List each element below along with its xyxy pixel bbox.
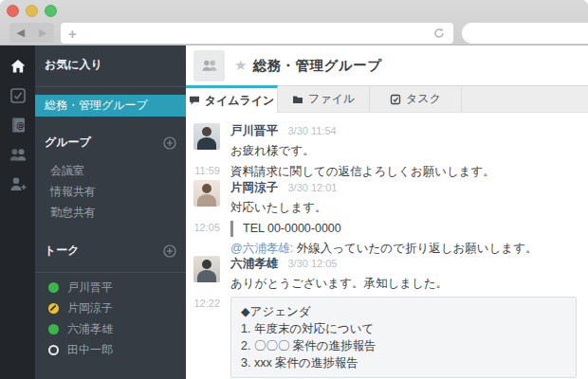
sidebar-item-kaigishitsu[interactable]: 会議室 <box>35 162 186 179</box>
tab-label: タイムライン <box>205 93 275 109</box>
tab-files[interactable]: ファイル <box>278 86 370 112</box>
talk-name: 六浦孝雄 <box>67 321 113 337</box>
message-timestamp: 12:22 <box>193 297 220 378</box>
message-followup: 11:59 資料請求に関しての返信よろしくお願いします。 <box>193 164 577 180</box>
add-talk-icon[interactable] <box>163 244 176 258</box>
groups-header-label: グループ <box>45 135 91 151</box>
agenda-line: ◆アジェンダ <box>241 303 566 320</box>
favorite-star-icon[interactable]: ★ <box>234 57 247 74</box>
close-window-button[interactable] <box>7 5 19 17</box>
message-text: @六浦孝雄: 外線入っていたので折り返しお願いします。 <box>230 242 577 256</box>
message-text: ありがとうございます。承知しました。 <box>230 276 577 292</box>
message-author[interactable]: 片岡涼子 <box>230 181 278 194</box>
mention-link[interactable]: @六浦孝雄: <box>230 242 293 255</box>
talk-item-togawa[interactable]: 戸川晋平 <box>35 280 186 294</box>
message-text: お疲れ様です。 <box>230 143 577 159</box>
message-timestamp: 11:59 <box>193 164 220 180</box>
room-title: 総務・管理グループ <box>252 57 381 75</box>
sidebar-item-kintai-kyouyuu[interactable]: 勤怠共有 <box>35 204 186 221</box>
talk-name: 片岡涼子 <box>67 300 113 316</box>
nav-panel: お気に入り 総務・管理グループ グループ 会議室 情報共有 勤怠共有 トーク <box>35 45 186 379</box>
message: 戸川晋平 3/30 11:54 お疲れ様です。 <box>193 123 577 159</box>
icon-rail: @ <box>0 45 35 379</box>
message-timestamp: 12:05 <box>193 221 220 256</box>
search-bar[interactable] <box>462 23 588 44</box>
url-bar[interactable]: + <box>61 23 453 44</box>
agenda-line: 1. 年度末の対応について <box>241 320 566 337</box>
url-input[interactable] <box>77 23 432 44</box>
groups-icon[interactable] <box>8 145 28 164</box>
home-icon[interactable] <box>8 57 28 76</box>
message-followup: 12:22 ◆アジェンダ 1. 年度末の対応について 2. 〇〇〇 案件の進捗報… <box>193 297 577 378</box>
agenda-line: 2. 〇〇〇 案件の進捗報告 <box>241 337 566 354</box>
talk-header: トーク <box>35 221 186 264</box>
timeline-feed[interactable]: 戸川晋平 3/30 11:54 お疲れ様です。 11:59 資料請求に関しての返… <box>186 113 588 379</box>
svg-text:@: @ <box>16 120 25 130</box>
message-timestamp: 3/30 11:54 <box>287 125 336 136</box>
presence-away-icon <box>48 303 59 314</box>
group-people-icon <box>200 57 219 74</box>
sidebar-item-jouhou-kyouyuu[interactable]: 情報共有 <box>35 183 186 200</box>
talk-name: 戸川晋平 <box>67 280 113 296</box>
message-followup: 12:05 TEL 00-0000-0000 @六浦孝雄: 外線入っていたので折… <box>193 221 577 256</box>
avatar-togawa[interactable] <box>193 123 220 150</box>
main-area: ★ 総務・管理グループ タイムライン ファイル <box>186 45 588 379</box>
app-body: @ <box>0 45 588 379</box>
talk-item-tanaka[interactable]: 田中一郎 <box>35 343 186 356</box>
tab-timeline[interactable]: タイムライン <box>186 85 278 113</box>
avatar-mutsuura[interactable] <box>193 256 220 282</box>
browser-chrome: ◀ ▶ + <box>0 0 588 45</box>
message-text: 対応いたします。 <box>230 200 577 216</box>
agenda-quote-box: ◆アジェンダ 1. 年度末の対応について 2. 〇〇〇 案件の進捗報告 3. x… <box>230 297 577 378</box>
favorites-header-label: お気に入り <box>45 57 102 73</box>
zoom-window-button[interactable] <box>45 5 57 17</box>
refresh-icon[interactable] <box>432 27 446 40</box>
avatar-kataoka[interactable] <box>193 180 220 207</box>
quoted-text: TEL 00-0000-0000 <box>230 221 577 237</box>
tab-bar: タイムライン ファイル タスク <box>186 85 588 113</box>
contacts-icon[interactable]: @ <box>8 116 28 135</box>
new-tab-icon[interactable]: + <box>68 26 77 42</box>
forward-button[interactable]: ▶ <box>32 23 55 43</box>
group-avatar <box>193 50 225 81</box>
tab-filler <box>462 86 588 112</box>
talk-item-kataoka[interactable]: 片岡涼子 <box>35 301 186 315</box>
tasks-icon[interactable] <box>8 86 28 105</box>
divider <box>35 272 186 273</box>
message-timestamp: 3/30 12:05 <box>287 258 337 269</box>
add-group-icon[interactable] <box>163 136 176 150</box>
agenda-line: 3. xxx 案件の進捗報告 <box>241 354 566 371</box>
divider <box>35 86 186 87</box>
message-text: 資料請求に関しての返信よろしくお願いします。 <box>230 164 577 180</box>
presence-offline-icon <box>48 345 59 355</box>
message-author[interactable]: 六浦孝雄 <box>230 257 278 270</box>
talk-list: 戸川晋平 片岡涼子 六浦孝雄 田中一郎 <box>35 280 186 356</box>
tab-label: ファイル <box>308 91 355 107</box>
task-check-icon <box>390 94 401 105</box>
folder-icon <box>292 94 303 105</box>
window-controls <box>7 5 57 17</box>
presence-online-icon <box>48 324 59 334</box>
tab-tasks[interactable]: タスク <box>370 86 462 112</box>
add-user-icon[interactable] <box>8 174 28 193</box>
tab-label: タスク <box>406 91 441 107</box>
sidebar-item-soumu-kanri-group[interactable]: 総務・管理グループ <box>35 95 186 117</box>
browser-window: ◀ ▶ + <box>0 0 588 379</box>
search-input[interactable] <box>469 23 588 44</box>
presence-online-icon <box>48 282 59 293</box>
talk-item-mutsuura[interactable]: 六浦孝雄 <box>35 322 186 335</box>
talk-header-label: トーク <box>45 243 80 259</box>
timeline-bubble-icon <box>189 95 200 106</box>
favorites-header: お気に入り <box>35 45 186 79</box>
message: 片岡涼子 3/30 12:01 対応いたします。 <box>193 180 577 216</box>
message-timestamp: 3/30 12:01 <box>287 182 337 193</box>
talk-name: 田中一郎 <box>67 342 113 358</box>
minimize-window-button[interactable] <box>26 5 38 17</box>
room-header: ★ 総務・管理グループ <box>186 45 588 85</box>
nav-button-group: ◀ ▶ <box>9 23 54 43</box>
group-list: 会議室 情報共有 勤怠共有 <box>35 162 186 221</box>
message: 六浦孝雄 3/30 12:05 ありがとうございます。承知しました。 <box>193 256 577 292</box>
back-button[interactable]: ◀ <box>9 23 32 43</box>
mention-text: 外線入っていたので折り返しお願いします。 <box>293 242 537 255</box>
message-author[interactable]: 戸川晋平 <box>230 124 278 137</box>
